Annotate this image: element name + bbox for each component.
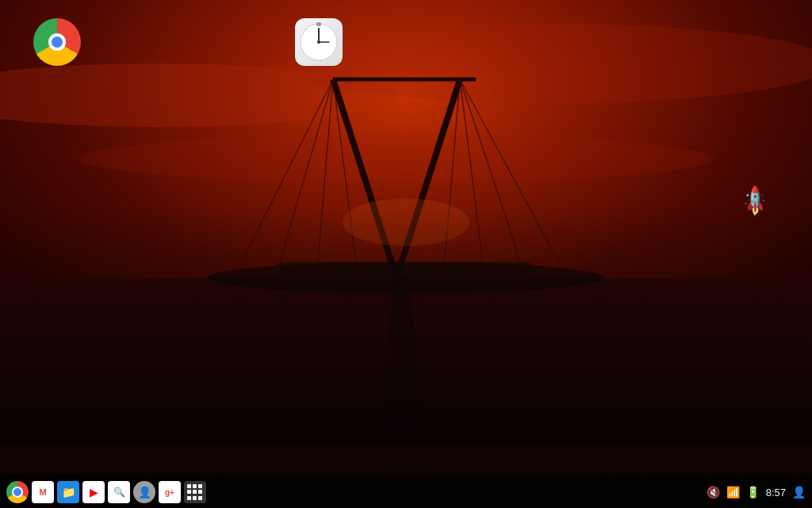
desktop: Chrome🛒Chrome Web Store🐦Angry Birds Cloc… — [0, 0, 812, 508]
taskbar-right: 🔇 📶 🔋 8:57 👤 — [707, 486, 806, 498]
taskbar-left: M 📁 ▶ 🔍 👤 g+ — [6, 481, 206, 503]
mute-icon: 🔇 — [707, 486, 720, 498]
taskbar-apps-icon[interactable] — [184, 481, 206, 503]
taskbar-gplus-icon[interactable]: g+ — [159, 481, 181, 503]
taskbar-youtube-icon[interactable]: ▶ — [82, 481, 105, 503]
user-icon: 👤 — [792, 486, 806, 498]
battery-icon: 🔋 — [746, 486, 760, 498]
taskbar-chrome-icon[interactable] — [6, 481, 29, 503]
taskbar-avatar-icon[interactable]: 👤 — [133, 481, 155, 503]
taskbar-files-icon[interactable]: 📁 — [57, 481, 79, 503]
taskbar: M 📁 ▶ 🔍 👤 g+ � — [0, 476, 812, 508]
taskbar-search-icon[interactable]: 🔍 — [108, 481, 130, 503]
svg-point-2 — [278, 24, 812, 103]
svg-point-8 — [208, 262, 604, 294]
svg-rect-24 — [316, 22, 321, 26]
svg-point-3 — [79, 135, 714, 183]
svg-rect-9 — [278, 262, 531, 286]
wallpaper — [0, 0, 812, 508]
clock-display: 8:57 — [766, 487, 786, 498]
wifi-icon: 📶 — [726, 486, 740, 498]
taskbar-gmail-icon[interactable]: M — [32, 481, 54, 503]
clock-icon-img — [295, 18, 343, 66]
svg-point-18 — [343, 198, 469, 246]
